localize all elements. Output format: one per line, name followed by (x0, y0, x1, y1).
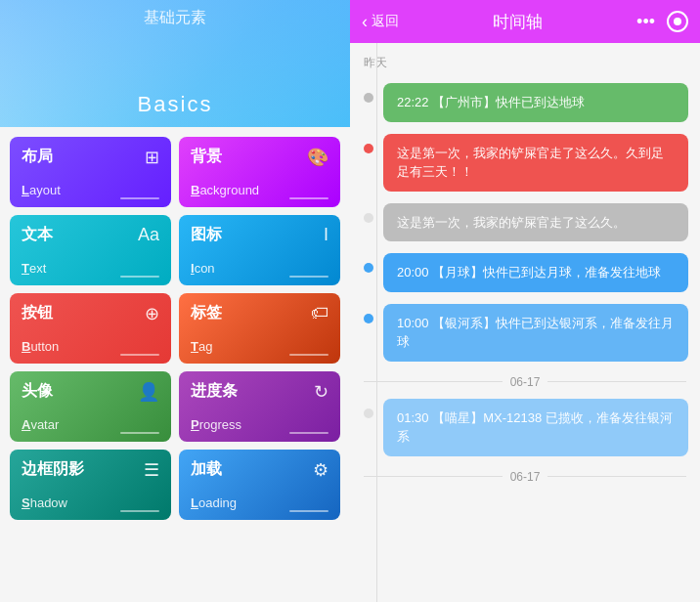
timeline-header: ‹ 返回 时间轴 ••• (350, 0, 700, 43)
card-background-line (289, 197, 328, 199)
divider-date-label: 06-17 (503, 375, 548, 389)
card-text-line (120, 276, 159, 278)
timeline-item: 10:00 【银河系】快件已到达银河系，准备发往月球 (350, 300, 700, 369)
card-avatar-icon: 👤 (138, 381, 159, 403)
card-icon[interactable]: 图标IIcon (179, 215, 340, 285)
card-text[interactable]: 文本AaText (10, 215, 171, 285)
divider-date-label-b: 06-17 (503, 470, 548, 484)
card-button-chinese: 按钮 (22, 303, 53, 323)
date-yesterday: 昨天 (350, 51, 700, 79)
card-loading-icon: ⚙ (313, 459, 328, 481)
record-button[interactable] (667, 11, 688, 32)
timeline-bubble: 10:00 【银河系】快件已到达银河系，准备发往月球 (383, 304, 688, 362)
card-icon-english: Icon (191, 261, 328, 276)
timeline-bubble: 20:00 【月球】快件已到达月球，准备发往地球 (383, 253, 688, 292)
divider-line-right (547, 381, 686, 382)
back-label: 返回 (372, 13, 399, 30)
card-background-icon: 🎨 (307, 147, 328, 168)
timeline-bubble: 22:22 【广州市】快件已到达地球 (383, 83, 688, 122)
timeline-bubble: 这是第一次，我家的铲屎官走了这么久。久到足足有三天！！ (383, 134, 688, 192)
card-layout-line (120, 197, 159, 199)
timeline-dot-icon (364, 408, 373, 418)
card-grid: 布局⊞Layout背景🎨Background文本AaText图标IIcon按钮⊕… (0, 127, 350, 530)
back-arrow-icon: ‹ (362, 12, 368, 32)
timeline-items-2-container: 01:30 【喵星】MX-12138 已揽收，准备发往银河系 (350, 395, 700, 464)
timeline-item: 20:00 【月球】快件已到达月球，准备发往地球 (350, 249, 700, 300)
timeline-dot-icon (364, 314, 373, 323)
card-layout-english: Layout (22, 183, 159, 197)
left-header: 基础元素 Basics (0, 0, 350, 127)
header-chinese-title: 基础元素 (144, 8, 206, 28)
timeline-items-container: 22:22 【广州市】快件已到达地球这是第一次，我家的铲屎官走了这么久。久到足足… (350, 79, 700, 369)
timeline-bubble: 这是第一次，我家的铲屎官走了这么久。 (383, 203, 688, 242)
timeline-bubble: 01:30 【喵星】MX-12138 已揽收，准备发往银河系 (383, 399, 688, 456)
card-avatar-chinese: 头像 (22, 381, 53, 402)
card-text-icon: Aa (138, 225, 159, 245)
card-icon-icon: I (324, 225, 328, 245)
card-shadow-chinese: 边框阴影 (22, 459, 84, 480)
divider-line-left-b (364, 476, 503, 477)
card-shadow-english: Shadow (22, 495, 159, 510)
card-shadow[interactable]: 边框阴影☰Shadow (10, 450, 171, 520)
record-dot-icon (674, 18, 681, 25)
card-icon-line (289, 276, 328, 278)
card-progress[interactable]: 进度条↻Progress (179, 371, 340, 442)
header-english-title: Basics (138, 92, 213, 117)
card-progress-english: Progress (191, 417, 328, 432)
card-avatar-line (120, 432, 159, 434)
card-background-english: Background (191, 183, 328, 197)
left-panel: 基础元素 Basics 布局⊞Layout背景🎨Background文本AaTe… (0, 0, 350, 602)
date-divider-0617b: 06-17 (350, 464, 700, 490)
timeline-item: 22:22 【广州市】快件已到达地球 (350, 79, 700, 130)
card-button-line (120, 354, 159, 356)
card-loading-english: Loading (191, 495, 328, 510)
card-layout[interactable]: 布局⊞Layout (10, 137, 171, 207)
card-button[interactable]: 按钮⊕Button (10, 293, 171, 364)
card-button-english: Button (22, 339, 159, 354)
timeline-title: 时间轴 (399, 11, 636, 33)
timeline-content: 昨天 22:22 【广州市】快件已到达地球这是第一次，我家的铲屎官走了这么久。久… (350, 43, 700, 602)
card-background[interactable]: 背景🎨Background (179, 137, 340, 207)
timeline-item: 这是第一次，我家的铲屎官走了这么久。久到足足有三天！！ (350, 130, 700, 199)
card-avatar[interactable]: 头像👤Avatar (10, 371, 171, 442)
right-panel: ‹ 返回 时间轴 ••• 昨天 22:22 【广州市】快件已到达地球这是第一次，… (350, 0, 700, 602)
card-loading-line (289, 510, 328, 512)
card-tag-chinese: 标签 (191, 303, 222, 323)
card-tag-english: Tag (191, 339, 328, 354)
card-loading-chinese: 加载 (191, 459, 222, 480)
card-icon-chinese: 图标 (191, 225, 222, 245)
timeline-item: 01:30 【喵星】MX-12138 已揽收，准备发往银河系 (350, 395, 700, 464)
timeline-dot-icon (364, 263, 373, 273)
card-text-english: Text (22, 261, 159, 276)
card-loading[interactable]: 加载⚙Loading (179, 450, 340, 520)
back-button[interactable]: ‹ 返回 (362, 12, 399, 32)
timeline-dot-icon (364, 213, 373, 223)
card-shadow-icon: ☰ (144, 459, 159, 481)
timeline-dot-icon (364, 93, 373, 103)
date-divider-0617: 06-17 (350, 369, 700, 395)
card-layout-icon: ⊞ (145, 147, 159, 168)
card-tag[interactable]: 标签🏷Tag (179, 293, 340, 364)
card-text-chinese: 文本 (22, 225, 53, 245)
more-options-button[interactable]: ••• (636, 12, 655, 32)
card-progress-line (289, 432, 328, 434)
card-tag-icon: 🏷 (311, 303, 328, 323)
card-progress-icon: ↻ (314, 381, 328, 403)
card-layout-chinese: 布局 (22, 147, 53, 167)
card-avatar-english: Avatar (22, 417, 159, 432)
card-tag-line (289, 354, 328, 356)
header-actions: ••• (636, 11, 688, 32)
card-button-icon: ⊕ (145, 303, 159, 324)
card-shadow-line (120, 510, 159, 512)
timeline-dot-icon (364, 144, 373, 153)
timeline-item: 这是第一次，我家的铲屎官走了这么久。 (350, 199, 700, 250)
card-background-chinese: 背景 (191, 147, 222, 167)
divider-line-left (364, 381, 503, 382)
card-progress-chinese: 进度条 (191, 381, 238, 402)
divider-line-right-b (547, 476, 686, 477)
